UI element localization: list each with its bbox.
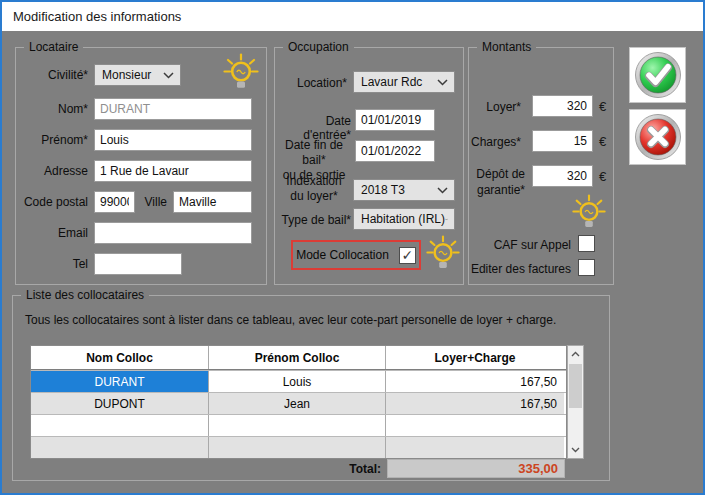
charges-input[interactable] bbox=[532, 130, 593, 152]
date-entree-input[interactable] bbox=[355, 109, 435, 131]
factures-label: Editer des factures bbox=[469, 262, 571, 276]
total-value-field: 335,00 bbox=[387, 459, 565, 478]
loyer-input[interactable] bbox=[532, 95, 593, 117]
validate-button[interactable] bbox=[629, 47, 686, 103]
header-nom-colloc[interactable]: Nom Colloc bbox=[31, 346, 209, 369]
mode-collocation-label: Mode Collocation bbox=[296, 248, 389, 262]
chevron-down-icon bbox=[571, 447, 580, 453]
scroll-thumb[interactable] bbox=[569, 364, 582, 408]
group-locataire: Locataire Civilité* Monsieur Nom* Prénom… bbox=[15, 47, 267, 285]
check-icon: ✓ bbox=[401, 248, 413, 263]
group-locataire-legend: Locataire bbox=[24, 40, 83, 54]
civilite-combo[interactable]: Monsieur bbox=[94, 64, 181, 86]
adresse-label: Adresse bbox=[16, 164, 88, 178]
type-bail-combo[interactable]: Habitation (IRL) bbox=[353, 208, 455, 230]
group-collocataires: Liste des collocataires Tous les colloca… bbox=[12, 295, 610, 481]
type-bail-value: Habitation (IRL) bbox=[361, 212, 445, 226]
cell-prenom[interactable] bbox=[209, 437, 386, 458]
lightbulb-icon bbox=[425, 234, 461, 272]
ville-label: Ville bbox=[134, 195, 167, 209]
ville-input[interactable] bbox=[173, 191, 252, 213]
prenom-label: Prénom* bbox=[16, 133, 88, 147]
table-row[interactable] bbox=[31, 414, 566, 436]
code-postal-input[interactable] bbox=[94, 191, 135, 213]
group-occupation-legend: Occupation bbox=[283, 40, 354, 54]
euro-sign: € bbox=[599, 134, 606, 149]
scroll-down-button[interactable] bbox=[568, 442, 583, 458]
window-title: Modification des informations bbox=[13, 9, 181, 24]
group-occupation: Occupation Location* Lavaur Rdc Date d'e… bbox=[274, 47, 464, 285]
type-bail-label: Type de bail* bbox=[275, 213, 351, 227]
depot-label-line1: Dépôt de bbox=[476, 167, 525, 181]
cell-nom[interactable] bbox=[31, 415, 209, 436]
cell-nom[interactable]: DURANT bbox=[31, 371, 209, 392]
indexation-label-line1: Indexation bbox=[286, 174, 341, 188]
scroll-up-button[interactable] bbox=[568, 346, 583, 362]
cell-prenom[interactable]: Jean bbox=[209, 393, 386, 414]
civilite-label: Civilité* bbox=[16, 68, 88, 82]
location-combo[interactable]: Lavaur Rdc bbox=[353, 71, 455, 93]
date-fin-label-line1: Date fin de bail* bbox=[285, 138, 343, 167]
location-value: Lavaur Rdc bbox=[361, 75, 422, 89]
table-row[interactable]: DURANT Louis 167,50 bbox=[31, 370, 566, 392]
caf-checkbox[interactable] bbox=[578, 235, 595, 252]
euro-sign: € bbox=[599, 169, 606, 184]
cell-montant[interactable]: 167,50 bbox=[386, 393, 564, 414]
prenom-input[interactable] bbox=[94, 129, 252, 151]
cell-montant[interactable] bbox=[386, 437, 564, 458]
table-row[interactable] bbox=[31, 436, 566, 458]
charges-label: Charges* bbox=[469, 135, 521, 149]
cell-montant[interactable]: 167,50 bbox=[386, 371, 564, 392]
cancel-button[interactable] bbox=[629, 109, 686, 165]
depot-input[interactable] bbox=[532, 165, 593, 187]
euro-sign: € bbox=[599, 99, 606, 114]
adresse-input[interactable] bbox=[94, 160, 252, 182]
lightbulb-icon bbox=[571, 193, 607, 231]
indexation-value: 2018 T3 bbox=[361, 183, 405, 197]
title-bar[interactable]: Modification des informations bbox=[2, 2, 703, 31]
lightbulb-icon bbox=[222, 53, 260, 91]
indexation-combo[interactable]: 2018 T3 bbox=[353, 179, 455, 201]
code-postal-label: Code postal bbox=[16, 195, 88, 209]
dialog-body: Locataire Civilité* Monsieur Nom* Prénom… bbox=[2, 31, 703, 493]
table-row[interactable]: DUPONT Jean 167,50 bbox=[31, 392, 566, 414]
red-x-circle-icon bbox=[634, 113, 682, 161]
chevron-down-icon bbox=[437, 187, 448, 194]
nom-input[interactable] bbox=[94, 98, 252, 120]
group-montants: Montants Loyer* € Charges* € Dépôt de ga… bbox=[468, 47, 614, 285]
chevron-down-icon bbox=[437, 79, 448, 86]
total-label: Total: bbox=[299, 462, 381, 476]
cell-montant[interactable] bbox=[386, 415, 564, 436]
email-input[interactable] bbox=[94, 222, 252, 244]
date-fin-input[interactable] bbox=[355, 140, 435, 162]
cell-nom[interactable]: DUPONT bbox=[31, 393, 209, 414]
chevron-up-icon bbox=[571, 351, 580, 357]
collocataires-description: Tous les collocataires sont à lister dan… bbox=[25, 313, 556, 327]
tel-label: Tel bbox=[16, 257, 88, 271]
chevron-down-icon bbox=[163, 72, 174, 79]
civilite-value: Monsieur bbox=[102, 68, 151, 82]
tel-input[interactable] bbox=[94, 253, 182, 275]
indexation-label-line2: du loyer* bbox=[290, 189, 337, 203]
group-montants-legend: Montants bbox=[477, 40, 536, 54]
mode-collocation-checkbox[interactable]: ✓ bbox=[399, 247, 416, 264]
indexation-label: Indexation du loyer* bbox=[275, 174, 353, 204]
factures-checkbox[interactable] bbox=[578, 259, 595, 276]
caf-label: CAF sur Appel bbox=[469, 238, 571, 252]
location-label: Location* bbox=[275, 76, 347, 90]
chevron-down-icon bbox=[445, 216, 448, 223]
table-scrollbar[interactable] bbox=[567, 345, 584, 459]
email-label: Email bbox=[16, 226, 88, 240]
depot-label: Dépôt de garantie* bbox=[469, 166, 525, 198]
header-prenom-colloc[interactable]: Prénom Colloc bbox=[209, 346, 386, 369]
colloc-table: Nom Colloc Prénom Colloc Loyer+Charge DU… bbox=[30, 345, 567, 459]
cell-prenom[interactable]: Louis bbox=[209, 371, 386, 392]
nom-label: Nom* bbox=[16, 102, 88, 116]
header-loyer-charge[interactable]: Loyer+Charge bbox=[386, 346, 564, 369]
loyer-label: Loyer* bbox=[469, 100, 521, 114]
table-header-row: Nom Colloc Prénom Colloc Loyer+Charge bbox=[31, 346, 566, 370]
cell-prenom[interactable] bbox=[209, 415, 386, 436]
cell-nom[interactable] bbox=[31, 437, 209, 458]
mode-collocation-highlight: Mode Collocation ✓ bbox=[291, 240, 421, 270]
depot-label-line2: garantie* bbox=[477, 183, 525, 197]
